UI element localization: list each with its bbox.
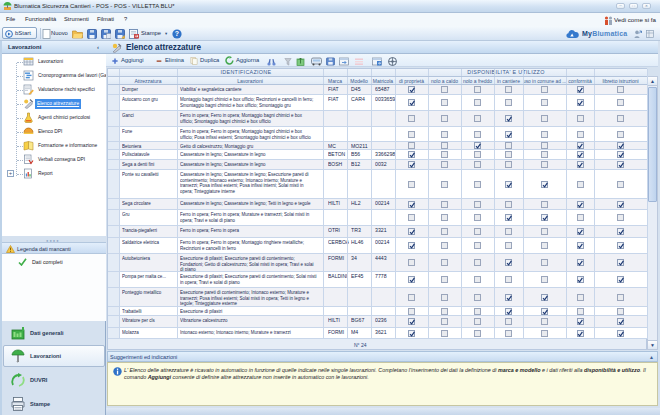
svg-text:?: ? [175,30,179,37]
